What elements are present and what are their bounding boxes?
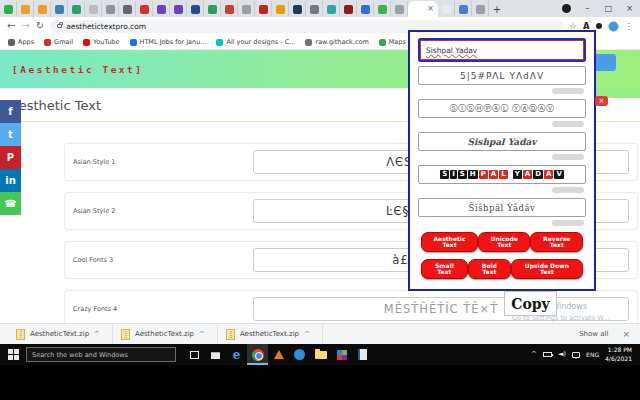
reload-icon[interactable]: ↻ — [36, 21, 44, 31]
start-button[interactable] — [0, 344, 26, 365]
bookmark-favicon — [130, 39, 137, 46]
browser-tab[interactable] — [438, 1, 455, 17]
browser-tab[interactable] — [34, 1, 51, 17]
browser-tab[interactable] — [221, 1, 238, 17]
bookmark-item[interactable]: Gmail — [44, 38, 73, 46]
copy-style-button[interactable] — [552, 220, 584, 226]
tab-favicon — [276, 5, 285, 14]
browser-tab[interactable] — [374, 1, 391, 17]
copy-style-button[interactable] — [552, 88, 584, 94]
vlc-button[interactable] — [268, 344, 289, 365]
text-category-button[interactable]: Reverse Text — [530, 232, 583, 252]
bookmark-star-icon[interactable]: ☆ — [569, 22, 577, 31]
squared-letter: P — [479, 170, 488, 180]
new-tab-button[interactable]: + — [489, 1, 505, 17]
bookmark-item[interactable]: YouTube — [83, 38, 119, 46]
browser-tab[interactable] — [472, 1, 489, 17]
browser-tab[interactable] — [238, 1, 255, 17]
battery-icon[interactable] — [543, 352, 552, 357]
extension-pin-icon[interactable] — [596, 23, 602, 29]
browser-tab[interactable] — [187, 1, 204, 17]
download-caret-icon[interactable]: ^ — [199, 330, 205, 338]
bookmark-item[interactable]: Maps — [379, 38, 406, 46]
speaker-icon[interactable]: ◄) — [558, 351, 566, 358]
download-item[interactable]: AestheticText.zip^ — [113, 324, 218, 344]
text-category-button[interactable]: Bold Text — [468, 259, 511, 279]
download-caret-icon[interactable]: ^ — [304, 330, 310, 338]
folder-button[interactable] — [310, 344, 331, 365]
back-icon[interactable]: ← — [7, 21, 15, 31]
show-all-button[interactable]: Show all — [579, 330, 608, 338]
download-item[interactable]: AestheticText.zip^ — [218, 324, 323, 344]
maximize-button[interactable]: □ — [598, 0, 619, 17]
edge-button[interactable]: e — [226, 344, 247, 365]
browser-tab[interactable] — [289, 1, 306, 17]
browser-tab[interactable] — [323, 1, 340, 17]
close-button[interactable]: × — [619, 0, 640, 17]
bookmark-item[interactable]: Apps — [8, 38, 34, 46]
browser-tab[interactable] — [357, 1, 374, 17]
forward-icon[interactable]: → — [21, 21, 29, 31]
browser-tab[interactable] — [306, 1, 323, 17]
browser-tab[interactable] — [170, 1, 187, 17]
browser-tab[interactable] — [102, 1, 119, 17]
menu-icon[interactable]: ⋮ — [625, 22, 634, 31]
minimize-button[interactable]: – — [577, 0, 598, 17]
browser-tab[interactable] — [0, 1, 17, 17]
copy-button[interactable]: Copy — [504, 291, 557, 316]
text-category-button[interactable]: Unicode Text — [478, 232, 531, 252]
browser-tab[interactable] — [85, 1, 102, 17]
chrome-button[interactable] — [247, 344, 268, 365]
browser-tab[interactable] — [68, 1, 85, 17]
share-linkedin-button[interactable]: in — [0, 169, 21, 192]
name-input[interactable]: Sishpal Yadav — [420, 40, 584, 60]
browser-tab[interactable] — [119, 1, 136, 17]
share-whatsapp-button[interactable]: ☎ — [0, 192, 21, 215]
style-row-label: Asian Style 1 — [73, 158, 241, 166]
photo-app-button[interactable] — [331, 344, 352, 365]
active-tab[interactable]: × — [408, 1, 438, 17]
app-button[interactable] — [289, 344, 310, 365]
browser-tab[interactable] — [340, 1, 357, 17]
share-facebook-button[interactable]: f — [0, 100, 21, 123]
bookmark-favicon — [83, 39, 90, 46]
share-pinterest-button[interactable]: P — [0, 146, 21, 169]
browser-tab[interactable] — [391, 1, 408, 17]
copy-style-button[interactable] — [552, 187, 584, 193]
task-view-button[interactable] — [184, 344, 205, 365]
browser-tab[interactable] — [455, 1, 472, 17]
browser-tab[interactable] — [17, 1, 34, 17]
copy-style-button[interactable] — [552, 154, 584, 160]
profile-avatar[interactable] — [608, 21, 619, 32]
document-app-button[interactable] — [352, 344, 373, 365]
letter-a-icon[interactable]: A — [583, 22, 590, 31]
dismiss-badge[interactable]: × — [595, 96, 608, 106]
tray-caret-icon[interactable]: ^ — [531, 351, 537, 358]
file-explorer-button[interactable] — [205, 344, 226, 365]
clock[interactable]: 1:28 PM 4/6/2021 — [605, 346, 635, 363]
style-row-label: Crazy Fonts 4 — [73, 305, 241, 313]
download-caret-icon[interactable]: ^ — [94, 330, 100, 338]
bookmark-item[interactable]: raw.githack.com — [305, 38, 368, 46]
taskbar-search[interactable]: Search the web and Windows — [26, 347, 176, 362]
browser-tab[interactable] — [136, 1, 153, 17]
browser-tab[interactable] — [204, 1, 221, 17]
share-twitter-button[interactable]: t — [0, 123, 21, 146]
tab-close-icon[interactable]: × — [427, 5, 434, 13]
browser-tab[interactable] — [153, 1, 170, 17]
shelf-close-icon[interactable]: × — [622, 330, 630, 339]
copy-style-button[interactable] — [552, 121, 584, 127]
bookmark-item[interactable]: HTML Jobs for Janu... — [130, 38, 207, 46]
notifications-icon[interactable] — [572, 352, 580, 358]
download-item[interactable]: AestheticText.zip^ — [8, 324, 113, 344]
text-category-button[interactable]: Aesthetic Text — [421, 232, 478, 252]
browser-tab[interactable] — [51, 1, 68, 17]
bookmark-item[interactable]: All your designs - C... — [216, 38, 295, 46]
taskbar-search-placeholder: Search the web and Windows — [32, 351, 128, 359]
text-category-button[interactable]: Upside Down Text — [511, 259, 583, 279]
browser-tab[interactable] — [255, 1, 272, 17]
text-category-button[interactable]: Small Text — [421, 259, 468, 279]
browser-tab[interactable] — [272, 1, 289, 17]
language-indicator[interactable]: ENG — [586, 351, 599, 358]
url-text[interactable]: aesthetictextpro.com — [66, 22, 146, 31]
